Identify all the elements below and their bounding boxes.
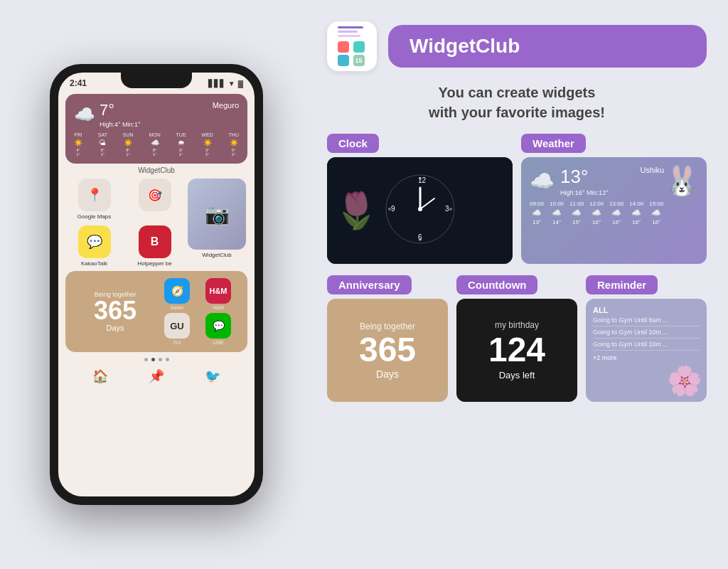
signal-icon: ▋▋▋ bbox=[208, 80, 225, 87]
logo-line-2 bbox=[338, 31, 358, 33]
app-header: 15 WidgetClub bbox=[327, 21, 707, 71]
phone-screen: 2:41 ▋▋▋ ▼ ▓ ☁️ 7° High:4° Min:1° bbox=[58, 73, 255, 496]
twitter-icon: 🐦 bbox=[205, 368, 220, 384]
phone-page-dots bbox=[58, 358, 255, 361]
app-item-target[interactable]: 🎯 bbox=[127, 179, 182, 220]
safari-icon: 🧭 bbox=[164, 278, 190, 304]
tulip-decoration: 🌷 bbox=[334, 190, 378, 231]
logo-line-1 bbox=[338, 26, 363, 28]
weather-widget-preview: ☁️ 13° High:16° Min:12° Ushiku 🐰 09:00☁️… bbox=[521, 157, 707, 264]
anniv-preview-label: Days bbox=[376, 368, 399, 380]
app-item-hotpepper[interactable]: B Hotpepper be bbox=[127, 225, 182, 267]
photo-placeholder: 📷 bbox=[205, 203, 230, 226]
dot-1 bbox=[144, 358, 148, 361]
phone-app-grid: 📍 Google Maps 🎯 📷 WidgetClub 💬 KakaoTa bbox=[58, 179, 255, 267]
category-countdown: Countdown my birthday 124 Days left bbox=[456, 275, 577, 402]
reminder-item-1: Going to Gym Until 8am ... bbox=[593, 317, 700, 326]
weather-day-fri: FRI ☀️ 4°1° bbox=[74, 132, 82, 156]
svg-text:9: 9 bbox=[391, 205, 395, 213]
app-title: WidgetClub bbox=[410, 35, 520, 57]
cloud-icon: ☁️ bbox=[74, 105, 95, 124]
countdown-title: my birthday bbox=[495, 320, 539, 330]
dot-2 bbox=[151, 358, 155, 361]
countdown-days-label: Days left bbox=[499, 370, 535, 381]
line-icon: 💬 bbox=[205, 313, 231, 339]
photo-widget-label: WidgetClub bbox=[202, 252, 231, 258]
phone-weather-days: FRI ☀️ 4°1° SAT 🌤 6°1° SUN ☀️ 8°1° bbox=[74, 132, 239, 156]
photo-widget: 📷 WidgetClub bbox=[188, 179, 246, 267]
bunny-decoration: 🐰 bbox=[664, 164, 700, 198]
widget-categories-top: Clock 🌷 12 3 6 9 bbox=[327, 134, 707, 264]
clock-face-container: 12 3 6 9 bbox=[381, 170, 459, 251]
anniv-left-side: Being together 365 Days bbox=[75, 278, 155, 345]
maps-icon: 📍 bbox=[78, 179, 111, 211]
wifi-icon: ▼ bbox=[228, 80, 235, 87]
phone-weather-temp: 7° bbox=[100, 101, 141, 119]
dot-4 bbox=[166, 358, 169, 361]
reminder-item-2: Going to Gym Until 10m ... bbox=[593, 329, 700, 339]
svg-line-10 bbox=[420, 198, 434, 209]
svg-point-8 bbox=[449, 208, 452, 211]
app-logo: 15 bbox=[327, 21, 377, 71]
phone-weather-widget: ☁️ 7° High:4° Min:1° Meguro FRI ☀️ 4°1° bbox=[65, 94, 247, 164]
right-panel: 15 WidgetClub You can create widgets wit… bbox=[313, 0, 728, 569]
reminder-label: Reminder bbox=[586, 275, 658, 294]
hm-icon: H&M bbox=[205, 278, 231, 304]
svg-point-7 bbox=[388, 208, 391, 211]
battery-icon: ▓ bbox=[238, 80, 243, 87]
phone-anniversary-widget: Being together 365 Days 🧭 Safari H&M H&M… bbox=[65, 271, 247, 352]
weather-preview-temp: 13° bbox=[560, 166, 588, 187]
app-name-maps: Google Maps bbox=[77, 213, 112, 220]
anniv-days-label: Days bbox=[106, 324, 124, 332]
phone-device: 2:41 ▋▋▋ ▼ ▓ ☁️ 7° High:4° Min:1° bbox=[50, 64, 263, 505]
svg-point-11 bbox=[418, 207, 422, 211]
app-item-kakao[interactable]: 💬 KakaoTalk bbox=[67, 225, 122, 267]
phone-status-icons: ▋▋▋ ▼ ▓ bbox=[208, 80, 243, 87]
tagline-line1: You can create widgets bbox=[439, 85, 596, 100]
anniv-days: 365 bbox=[94, 298, 136, 324]
weather-label: Weather bbox=[521, 134, 586, 153]
logo-dot-3 bbox=[338, 55, 349, 66]
app-tagline: You can create widgets with your favorit… bbox=[327, 83, 707, 122]
weather-day-mon: MON ☁️ 8°1° bbox=[149, 132, 160, 156]
mini-safari[interactable]: 🧭 Safari bbox=[158, 278, 196, 310]
countdown-days: 124 bbox=[488, 333, 545, 367]
reminder-item-3: Going to Gym Until 10m ... bbox=[593, 341, 700, 351]
phone-bottom-bar: 🏠 📌 🐦 bbox=[58, 364, 255, 388]
gu-icon: GU bbox=[164, 313, 190, 339]
tagline-line2: with your favorite images! bbox=[429, 105, 605, 120]
phone-time: 2:41 bbox=[70, 78, 87, 88]
home-icon: 🏠 bbox=[92, 368, 108, 384]
weather-day-sun: SUN ☀️ 8°1° bbox=[123, 132, 134, 156]
widget-categories-bottom: Anniversary Being together 365 Days Coun… bbox=[327, 275, 707, 402]
reminder-widget-preview: ALL Going to Gym Until 8am ... Going to … bbox=[586, 299, 707, 402]
weather-top: ☁️ 7° High:4° Min:1° Meguro bbox=[74, 101, 239, 128]
logo-dot-4: 15 bbox=[353, 55, 365, 66]
weather-day-wed: WED ☀️ 3°2° bbox=[201, 132, 213, 156]
clock-label: Clock bbox=[327, 134, 379, 153]
anniversary-label: Anniversary bbox=[327, 275, 412, 294]
anniv-preview-days: 365 bbox=[359, 333, 416, 367]
weather-day-thu: THU ☀️ 5°2° bbox=[229, 132, 239, 156]
app-name-banner: WidgetClub bbox=[388, 25, 707, 68]
reminder-all-label: ALL bbox=[593, 306, 700, 314]
category-anniversary: Anniversary Being together 365 Days bbox=[327, 275, 448, 402]
weather-day-sat: SAT 🌤 6°1° bbox=[98, 132, 107, 156]
anniv-subtitle: Being together bbox=[95, 291, 136, 298]
countdown-widget-preview: my birthday 124 Days left bbox=[456, 299, 577, 402]
mini-line[interactable]: 💬 LINE bbox=[199, 313, 237, 345]
logo-line-3 bbox=[338, 35, 360, 37]
phone-mockup-panel: 2:41 ▋▋▋ ▼ ▓ ☁️ 7° High:4° Min:1° bbox=[0, 0, 313, 569]
pin-icon: 📌 bbox=[149, 368, 164, 384]
mini-hm[interactable]: H&M H&M bbox=[199, 278, 237, 310]
weather-preview-temp-group: 13° High:16° Min:12° bbox=[560, 166, 609, 196]
clock-svg: 12 3 6 9 bbox=[381, 170, 459, 248]
reminder-more: +2 more bbox=[593, 354, 700, 361]
logo-lines bbox=[338, 26, 366, 39]
svg-text:3: 3 bbox=[445, 205, 449, 213]
category-clock: Clock 🌷 12 3 6 9 bbox=[327, 134, 513, 264]
phone-widgetclub-label: WidgetClub bbox=[58, 166, 255, 174]
app-item-maps[interactable]: 📍 Google Maps bbox=[67, 179, 122, 220]
target-icon: 🎯 bbox=[139, 179, 171, 211]
mini-gu[interactable]: GU GU bbox=[158, 313, 196, 345]
